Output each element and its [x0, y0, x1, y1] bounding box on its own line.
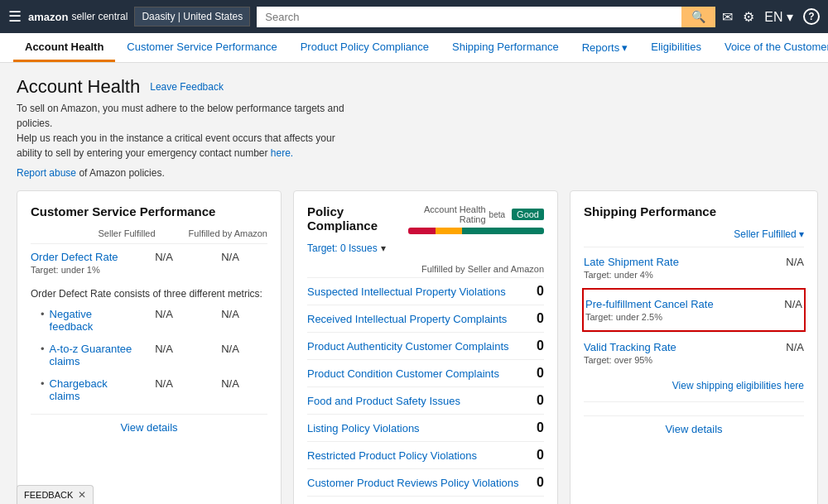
chargeback-claims-link[interactable]: Chargeback claims: [50, 377, 108, 402]
lpv-link[interactable]: Listing Policy Violations: [307, 422, 530, 434]
feedback-label: FEEDBACK: [24, 490, 73, 500]
sp-seller-fulfilled-label: Seller Fulfilled ▾: [734, 228, 804, 240]
search-input[interactable]: [257, 7, 681, 27]
atz-guarantee-row: • A-to-z Guarantee claims N/A N/A: [31, 338, 267, 372]
pc-metric-pccc: Product Condition Customer Complaints 0: [307, 359, 544, 386]
ahr-rating-bar: [408, 228, 544, 234]
cprpv-val: 0: [537, 475, 544, 490]
atz-guarantee-link[interactable]: A-to-z Guarantee claims: [50, 343, 132, 367]
fulfilled-by-amazon-header: Fulfilled by Amazon: [189, 228, 267, 238]
csp-card-title: Customer Service Performance: [31, 204, 267, 218]
chevron-down-icon: ▾: [622, 41, 628, 54]
feedback-tab[interactable]: FEEDBACK ✕: [17, 485, 94, 504]
pc-metric-riip: Received Intellectual Property Complaint…: [307, 305, 544, 332]
page-title: Account Health: [17, 76, 140, 98]
nav-voice-of-customer[interactable]: Voice of the Customer: [713, 34, 828, 62]
csp-view-details-button[interactable]: View details: [31, 414, 267, 440]
sp-view-details-button[interactable]: View details: [584, 415, 804, 442]
rppv-link[interactable]: Restricted Product Policy Violations: [307, 449, 530, 462]
order-defect-rate-seller-val: N/A: [135, 251, 193, 263]
siip-link[interactable]: Suspected Intellectual Property Violatio…: [307, 286, 530, 298]
seller-fulfilled-header: Seller Fulfilled: [99, 228, 156, 238]
search-bar: 🔍: [257, 7, 715, 27]
bar-medium: [436, 228, 463, 234]
chargeback-seller-val: N/A: [135, 377, 193, 390]
ahr-beta-label: beta: [489, 210, 505, 219]
bullet-icon: •: [41, 308, 45, 320]
pc-metric-opv: Other Policy Violations 0: [307, 496, 544, 504]
pre-fulfillment-cancel-rate-row: Pre-fulfillment Cancel Rate Target: unde…: [582, 288, 806, 332]
siip-val: 0: [537, 284, 544, 299]
nav-customer-service-performance[interactable]: Customer Service Performance: [115, 34, 288, 62]
pc-metric-lpv: Listing Policy Violations 0: [307, 414, 544, 441]
atz-guarantee-amazon-val: N/A: [193, 343, 267, 355]
view-shipping-eligibilities-link[interactable]: View shipping eligibilities here: [584, 380, 804, 391]
secondary-navigation: Account Health Customer Service Performa…: [0, 33, 828, 63]
order-defect-rate-row: Order Defect Rate Target: under 1% N/A N…: [31, 243, 267, 281]
negative-feedback-amazon-val: N/A: [193, 308, 267, 320]
report-abuse-link[interactable]: Report abuse: [17, 167, 76, 179]
riip-val: 0: [537, 311, 544, 326]
sp-card-title: Shipping Performance: [584, 204, 804, 218]
feedback-close-icon[interactable]: ✕: [78, 489, 86, 501]
pccc-val: 0: [537, 366, 544, 381]
pccc-link[interactable]: Product Condition Customer Complaints: [307, 367, 530, 380]
fpsi-link[interactable]: Food and Product Safety Issues: [307, 395, 530, 407]
order-defect-rate-target: Target: under 1%: [31, 265, 135, 275]
pacc-val: 0: [537, 338, 544, 353]
csp-column-headers: Seller Fulfilled Fulfilled by Amazon: [31, 228, 267, 238]
fpsi-val: 0: [537, 393, 544, 408]
pre-fulfillment-cancel-rate-val: N/A: [784, 298, 802, 310]
help-icon[interactable]: ?: [803, 8, 820, 25]
amazon-logo: amazon: [28, 11, 68, 23]
valid-tracking-rate-row: Valid Tracking Rate Target: over 95% N/A: [584, 332, 804, 373]
negative-feedback-seller-val: N/A: [135, 308, 193, 320]
hamburger-icon[interactable]: ☰: [8, 7, 22, 26]
seller-central-label: seller central: [71, 11, 128, 22]
logo-area: amazon seller central: [28, 11, 128, 23]
shipping-performance-card: Shipping Performance Seller Fulfilled ▾ …: [570, 190, 818, 504]
consists-text: Order Defect Rate consists of three diff…: [31, 281, 267, 303]
sp-seller-fulfilled-selector[interactable]: Seller Fulfilled ▾: [584, 228, 804, 240]
emergency-contact-link[interactable]: here.: [271, 147, 293, 159]
bar-bad: [408, 228, 436, 234]
riip-link[interactable]: Received Intellectual Property Complaint…: [307, 313, 530, 325]
pre-fulfillment-cancel-rate-link[interactable]: Pre-fulfillment Cancel Rate: [585, 298, 784, 310]
language-selector[interactable]: EN ▾: [764, 9, 793, 25]
late-shipment-rate-link[interactable]: Late Shipment Rate: [584, 256, 786, 268]
leave-feedback-link[interactable]: Leave Feedback: [150, 81, 224, 93]
mail-icon[interactable]: ✉: [722, 9, 733, 25]
nav-shipping-performance[interactable]: Shipping Performance: [440, 34, 570, 62]
settings-icon[interactable]: ⚙: [743, 9, 754, 25]
page-description-line1: To sell on Amazon, you must adhere to th…: [17, 101, 348, 131]
pc-metric-fpsi: Food and Product Safety Issues 0: [307, 386, 544, 414]
page-header: Account Health Leave Feedback To sell on…: [17, 76, 811, 179]
ahr-label: Account Health Rating: [408, 204, 486, 224]
rppv-val: 0: [537, 448, 544, 463]
chargeback-amazon-val: N/A: [193, 377, 267, 390]
nav-account-health[interactable]: Account Health: [13, 34, 115, 62]
order-defect-rate-amazon-val: N/A: [193, 251, 267, 263]
pre-fulfillment-cancel-rate-target: Target: under 2.5%: [585, 312, 784, 322]
pc-target-link[interactable]: Target: 0 Issues: [307, 242, 378, 254]
lpv-val: 0: [537, 420, 544, 435]
store-selector[interactable]: Daasity | United States: [134, 7, 250, 26]
nav-product-policy-compliance[interactable]: Product Policy Compliance: [289, 34, 440, 62]
nav-reports[interactable]: Reports ▾: [570, 35, 640, 60]
order-defect-rate-link[interactable]: Order Defect Rate: [31, 251, 118, 263]
cprpv-link[interactable]: Customer Product Reviews Policy Violatio…: [307, 477, 530, 489]
nav-eligibilities[interactable]: Eligibilities: [639, 34, 713, 62]
late-shipment-rate-target: Target: under 4%: [584, 270, 786, 280]
late-shipment-rate-info: Late Shipment Rate Target: under 4%: [584, 256, 786, 280]
cards-row: Customer Service Performance Seller Fulf…: [17, 190, 811, 504]
bullet-icon: •: [41, 377, 45, 390]
pacc-link[interactable]: Product Authenticity Customer Complaints: [307, 340, 530, 353]
late-shipment-rate-row: Late Shipment Rate Target: under 4% N/A: [584, 247, 804, 288]
pc-metric-pacc: Product Authenticity Customer Complaints…: [307, 332, 544, 359]
pc-card-title: Policy Compliance: [307, 204, 408, 233]
negative-feedback-link[interactable]: Negative feedback: [50, 308, 94, 333]
ahr-good-badge: Good: [512, 209, 544, 220]
valid-tracking-rate-link[interactable]: Valid Tracking Rate: [584, 341, 786, 353]
search-button[interactable]: 🔍: [681, 7, 715, 27]
valid-tracking-rate-target: Target: over 95%: [584, 355, 786, 365]
